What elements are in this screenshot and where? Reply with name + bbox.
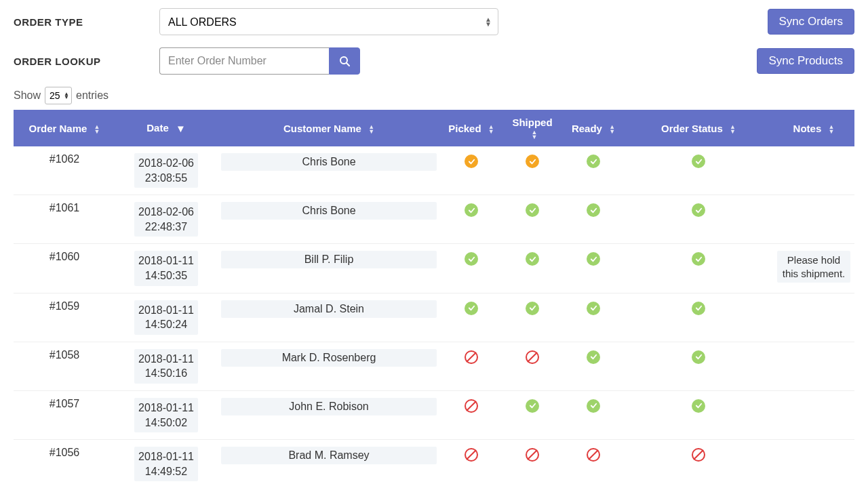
table-row[interactable]: #10612018-02-0622:48:37Chris Bone — [14, 195, 854, 244]
table-row[interactable]: #10562018-01-1114:49:52Brad M. Ramsey — [14, 440, 854, 488]
date-cell: 2018-02-0623:08:55 — [115, 146, 217, 195]
order-name-cell: #1059 — [14, 293, 115, 342]
notes-cell — [773, 195, 854, 244]
table-row[interactable]: #10582018-01-1114:50:16Mark D. Rosenberg — [14, 342, 854, 390]
check-icon — [587, 203, 600, 217]
sort-desc-icon: ▼ — [176, 123, 186, 134]
col-date[interactable]: Date ▼ — [115, 110, 217, 146]
notes-cell: Please hold this shipment. — [773, 244, 854, 293]
order-type-select[interactable]: ALL ORDERS — [159, 8, 498, 35]
sort-icon: ▲▼ — [94, 125, 100, 134]
notes-cell — [773, 146, 854, 195]
check-icon — [587, 350, 600, 364]
customer-cell: Chris Bone — [217, 146, 441, 195]
shipped-cell — [502, 293, 563, 342]
picked-cell — [441, 390, 502, 439]
picked-cell — [441, 146, 502, 195]
col-ready[interactable]: Ready ▲▼ — [563, 110, 624, 146]
shipped-cell — [502, 390, 563, 439]
order-name-cell: #1056 — [14, 440, 115, 488]
col-notes[interactable]: Notes ▲▼ — [773, 110, 854, 146]
order-lookup-input[interactable] — [159, 47, 329, 75]
shipped-cell — [502, 195, 563, 244]
blocked-icon — [692, 448, 705, 462]
check-icon — [465, 252, 478, 266]
sync-products-button[interactable]: Sync Products — [757, 48, 854, 74]
check-icon — [692, 155, 705, 168]
col-shipped[interactable]: Shipped ▲▼ — [502, 110, 563, 146]
status-cell — [624, 440, 773, 488]
notes-cell — [773, 293, 854, 342]
sort-icon: ▲▼ — [730, 125, 736, 134]
notes-cell — [773, 440, 854, 488]
table-row[interactable]: #10572018-01-1114:50:02John E. Robison — [14, 390, 854, 439]
status-cell — [624, 146, 773, 195]
table-row[interactable]: #10622018-02-0623:08:55Chris Bone — [14, 146, 854, 195]
picked-cell — [441, 440, 502, 488]
ready-cell — [563, 342, 624, 390]
customer-cell: Chris Bone — [217, 195, 441, 244]
check-icon — [526, 399, 539, 413]
order-lookup-label: ORDER LOOKUP — [14, 56, 159, 67]
sort-icon: ▲▼ — [609, 125, 615, 134]
picked-cell — [441, 342, 502, 390]
order-name-cell: #1058 — [14, 342, 115, 390]
status-cell — [624, 293, 773, 342]
date-cell: 2018-01-1114:50:16 — [115, 342, 217, 390]
check-icon — [692, 203, 705, 217]
picked-cell — [441, 244, 502, 293]
picked-cell — [441, 293, 502, 342]
blocked-icon — [465, 399, 478, 413]
date-cell: 2018-01-1114:49:52 — [115, 440, 217, 488]
date-cell: 2018-01-1114:50:24 — [115, 293, 217, 342]
orders-table: Order Name ▲▼ Date ▼ Customer Name ▲▼ Pi… — [14, 110, 854, 488]
check-icon — [465, 203, 478, 217]
pending-icon — [526, 155, 539, 168]
svg-line-1 — [347, 63, 349, 66]
date-cell: 2018-02-0622:48:37 — [115, 195, 217, 244]
blocked-icon — [526, 448, 539, 462]
search-button[interactable] — [329, 47, 360, 75]
entries-suffix-label: entries — [76, 89, 108, 102]
check-icon — [526, 302, 539, 315]
pending-icon — [465, 155, 478, 168]
check-icon — [692, 399, 705, 413]
sort-icon: ▲▼ — [828, 125, 834, 134]
table-row[interactable]: #10602018-01-1114:50:35Bill P. FilipPlea… — [14, 244, 854, 293]
shipped-cell — [502, 244, 563, 293]
blocked-icon — [465, 448, 478, 462]
col-customer[interactable]: Customer Name ▲▼ — [217, 110, 441, 146]
check-icon — [465, 302, 478, 315]
col-order-name[interactable]: Order Name ▲▼ — [14, 110, 115, 146]
entries-count-select[interactable]: 25 — [45, 87, 72, 104]
picked-cell — [441, 195, 502, 244]
sync-orders-button[interactable]: Sync Orders — [768, 9, 854, 35]
order-name-cell: #1060 — [14, 244, 115, 293]
date-cell: 2018-01-1114:50:02 — [115, 390, 217, 439]
search-icon — [339, 56, 350, 66]
ready-cell — [563, 440, 624, 488]
col-picked[interactable]: Picked ▲▼ — [441, 110, 502, 146]
customer-cell: Jamal D. Stein — [217, 293, 441, 342]
check-icon — [587, 155, 600, 168]
ready-cell — [563, 390, 624, 439]
notes-cell — [773, 390, 854, 439]
col-order-status[interactable]: Order Status ▲▼ — [624, 110, 773, 146]
check-icon — [692, 252, 705, 266]
sort-icon: ▲▼ — [368, 125, 374, 134]
shipped-cell — [502, 146, 563, 195]
blocked-icon — [465, 350, 478, 364]
check-icon — [587, 399, 600, 413]
customer-cell: Brad M. Ramsey — [217, 440, 441, 488]
order-name-cell: #1062 — [14, 146, 115, 195]
check-icon — [526, 252, 539, 266]
sort-icon: ▲▼ — [532, 130, 538, 140]
customer-cell: Bill P. Filip — [217, 244, 441, 293]
order-name-cell: #1061 — [14, 195, 115, 244]
status-cell — [624, 195, 773, 244]
shipped-cell — [502, 342, 563, 390]
blocked-icon — [587, 448, 600, 462]
check-icon — [587, 252, 600, 266]
table-row[interactable]: #10592018-01-1114:50:24Jamal D. Stein — [14, 293, 854, 342]
status-cell — [624, 244, 773, 293]
